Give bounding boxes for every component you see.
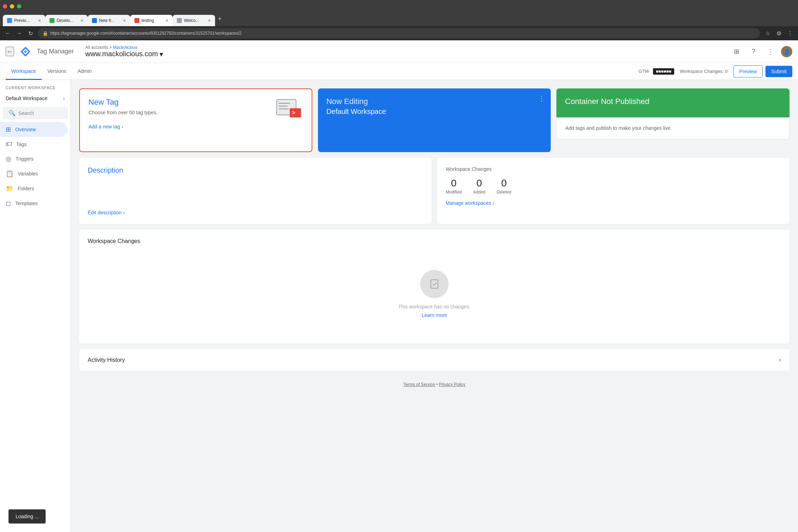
tags-icon: 🏷 (6, 140, 12, 148)
container-dropdown-icon: ▾ (160, 50, 163, 58)
app-title: Tag Manager (37, 48, 74, 55)
empty-state-icon (420, 270, 449, 298)
forward-button[interactable]: → (14, 28, 24, 38)
app-back-button[interactable]: ← (6, 47, 14, 56)
extensions-icon[interactable]: ⚙ (774, 28, 784, 38)
app-header: ← Tag Manager All accounts > Mackoliciou… (0, 40, 798, 63)
search-icon: 🔍 (8, 110, 16, 116)
footer: Terms of Service • Privacy Policy (79, 376, 790, 393)
bookmark-icon[interactable]: ☆ (763, 28, 773, 38)
container-name[interactable]: www.mackolicious.com ▾ (85, 50, 163, 58)
sidebar-item-tags[interactable]: 🏷 Tags (0, 137, 68, 151)
edit-description-link[interactable]: Edit description › (88, 210, 423, 215)
workspace-chevron-icon: › (63, 96, 65, 101)
submit-button[interactable]: Submit (765, 66, 792, 77)
wc-title: Workspace Changes (446, 166, 781, 172)
gtm-id-value: ■■■■■■ (653, 68, 674, 75)
chevron-right-icon: › (123, 210, 125, 215)
learn-more-link[interactable]: Learn more (422, 312, 447, 318)
workspace-changes-panel: Workspace Changes This workspace has no … (79, 230, 790, 343)
triggers-icon: ◎ (6, 155, 11, 163)
tab-versions[interactable]: Versions (42, 63, 72, 80)
activity-history-title: Activity History (88, 357, 125, 363)
wc-deleted: 0 Deleted (497, 178, 511, 195)
loading-label: Loading ... (16, 514, 39, 519)
svg-rect-7 (290, 108, 301, 117)
close-tab-icon[interactable]: × (166, 18, 168, 23)
wc-modified: 0 Modified (446, 178, 462, 195)
chevron-right-icon: › (492, 200, 494, 206)
not-published-title: Container Not Published (565, 97, 781, 106)
not-published-card: Container Not Published (556, 88, 790, 117)
workspace-changes-count: Workspace Changes: 0 (680, 69, 728, 74)
url-bar[interactable]: 🔒 https://tagmanager.google.com/#/contai… (38, 28, 760, 39)
sidebar-nav: ⊞ Overview 🏷 Tags ◎ Triggers 📋 Variables… (0, 122, 70, 211)
browser-tab[interactable]: Develo... × (45, 15, 88, 26)
privacy-policy-link[interactable]: Privacy Policy (439, 382, 466, 387)
manage-workspaces-link[interactable]: Manage workspaces › (446, 200, 781, 206)
variables-icon: 📋 (6, 170, 13, 178)
sidebar-item-folders[interactable]: 📁 Folders (0, 181, 68, 196)
main-layout: CURRENT WORKSPACE Default Workspace › 🔍 … (0, 80, 798, 532)
loading-toast: Loading ... (8, 509, 46, 524)
new-tag-title: New Tag (88, 98, 303, 107)
top-cards-row: New Tag Choose from over 50 tag types. >… (79, 88, 790, 152)
tab-admin[interactable]: Admin (72, 63, 97, 80)
now-editing-menu-icon[interactable]: ⋮ (538, 94, 545, 103)
preview-button[interactable]: Preview (733, 65, 763, 77)
browser-chrome (0, 0, 798, 13)
sidebar-item-overview[interactable]: ⊞ Overview (0, 122, 68, 137)
reload-button[interactable]: ↻ (25, 28, 35, 38)
more-options-icon[interactable]: ⋮ (764, 45, 777, 58)
nav-tabs: Workspace Versions Admin GTM- ■■■■■■ Wor… (0, 63, 798, 80)
new-tag-description: Choose from over 50 tag types. (88, 110, 303, 115)
back-button[interactable]: ← (3, 28, 13, 38)
now-editing-label: Now Editing (326, 97, 543, 106)
browser-tab[interactable]: Previo... × (3, 15, 45, 26)
chevron-right-icon: › (122, 124, 123, 129)
not-published-group: Container Not Published Add tags and pub… (556, 88, 790, 152)
sidebar-item-triggers[interactable]: ◎ Triggers (0, 151, 68, 166)
not-published-detail: Add tags and publish to make your change… (556, 117, 790, 139)
content-area: New Tag Choose from over 50 tag types. >… (71, 80, 798, 532)
more-menu-icon[interactable]: ⋮ (785, 28, 795, 38)
svg-text:>: > (292, 110, 295, 116)
add-new-tag-link[interactable]: Add a new tag › (88, 124, 303, 129)
now-editing-card: Now Editing Default Workspace ⋮ (318, 88, 551, 152)
search-box[interactable]: 🔍 Search (3, 107, 68, 119)
activity-history-panel[interactable]: Activity History › (79, 349, 790, 371)
browser-tab[interactable]: New fr... × (88, 15, 130, 26)
browser-tab-active[interactable]: testing × (130, 15, 173, 26)
tab-workspace[interactable]: Workspace (6, 63, 42, 80)
workspace-changes-empty-state: This workspace has no changes. Learn mor… (88, 253, 781, 335)
address-bar: ← → ↻ 🔒 https://tagmanager.google.com/#/… (0, 26, 798, 40)
gtm-logo (20, 46, 31, 57)
description-card: Description Edit description › (79, 158, 432, 224)
wc-added: 0 Added (473, 178, 485, 195)
overview-icon: ⊞ (6, 126, 11, 133)
breadcrumb: All accounts > Mackolicious (85, 45, 163, 50)
workspace-selector[interactable]: Default Workspace › (0, 93, 70, 104)
new-tag-card[interactable]: New Tag Choose from over 50 tag types. >… (79, 88, 312, 152)
gtm-id-display: GTM- ■■■■■■ (638, 68, 674, 75)
browser-tabs-bar: Previo... × Develo... × New fr... × test… (0, 13, 798, 26)
current-workspace-label: CURRENT WORKSPACE (0, 86, 70, 93)
terms-of-service-link[interactable]: Terms of Service (404, 382, 435, 387)
account-link[interactable]: Mackolicious (113, 45, 137, 50)
help-icon[interactable]: ? (747, 45, 760, 58)
description-title: Description (88, 166, 423, 174)
new-tab-button[interactable]: + (216, 14, 223, 24)
browser-tab[interactable]: Welco... × (173, 15, 215, 26)
sidebar: CURRENT WORKSPACE Default Workspace › 🔍 … (0, 80, 71, 532)
activity-chevron-icon: › (779, 356, 781, 364)
folders-icon: 📁 (6, 185, 13, 192)
avatar[interactable]: 👤 (781, 46, 792, 57)
wc-numbers: 0 Modified 0 Added 0 Deleted (446, 178, 781, 195)
workspace-changes-small-card: Workspace Changes 0 Modified 0 Added 0 D… (437, 158, 790, 224)
apps-grid-icon[interactable]: ⊞ (730, 45, 743, 58)
sidebar-item-templates[interactable]: ◻ Templates (0, 196, 68, 211)
sidebar-item-variables[interactable]: 📋 Variables (0, 166, 68, 181)
workspace-changes-panel-title: Workspace Changes (88, 238, 781, 244)
templates-icon: ◻ (6, 200, 11, 207)
tag-illustration: > (275, 98, 303, 123)
